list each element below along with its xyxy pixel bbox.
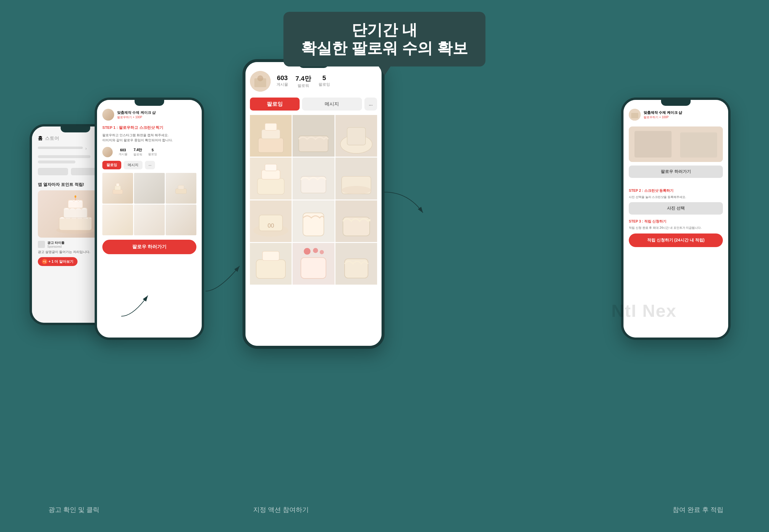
phone2-message-button[interactable]: 메시지: [124, 161, 142, 169]
phone2-following-num: 5: [148, 148, 157, 152]
phone1-sponsored: Sponsored: [47, 245, 64, 248]
phone3-photo-grid: 00: [250, 115, 377, 285]
phone2-follow-button[interactable]: 팔로잉: [102, 161, 121, 169]
phone3-following-num: 5: [318, 74, 330, 82]
phone2-grid-item-3: [166, 173, 196, 204]
phone1-home: 홈: [38, 135, 43, 142]
phone3-grid-11: [292, 243, 334, 285]
phone3-grid-10: [250, 243, 292, 285]
phone4-step2-desc: 사진 선택을 눌러 스크린샷을 등록해주세요.: [629, 195, 723, 199]
svg-rect-24: [257, 179, 284, 194]
phone4-follow-button[interactable]: 팔로우 하러가기: [629, 166, 723, 178]
svg-rect-54: [680, 132, 717, 158]
svg-rect-6: [113, 189, 122, 194]
svg-rect-42: [262, 251, 279, 260]
svg-point-5: [75, 195, 76, 198]
phone4-submit-button[interactable]: 적립 신청하기 (24시간 내 적립): [629, 233, 723, 247]
phone4-shop-name: 맞춤제작 수제 케이크 샵: [644, 110, 682, 115]
svg-rect-53: [634, 131, 671, 158]
watermark-text: NtI Nex: [611, 301, 677, 321]
svg-rect-15: [258, 138, 283, 153]
phone2-posts-label: 게시물: [119, 152, 127, 156]
phone2-grid-item-4: [102, 205, 133, 235]
phone2-notch: [135, 100, 164, 106]
svg-rect-8: [116, 183, 119, 186]
phone2-step1-title: STEP 1 : 팔로우하고 스크린샷 찍기: [102, 125, 196, 130]
phone3-buttons: 팔로잉 메시지 ...: [250, 98, 377, 111]
phone2-posts-num: 603: [119, 148, 127, 152]
phone2-followers-num: 7.4만: [133, 147, 142, 153]
phone2-frame: 맞춤제작 수제 케이크 샵 팔로우하기 + 100P STEP 1 : 팔로우하…: [95, 98, 204, 340]
phone2-stat-avatar: [102, 147, 113, 157]
phone4-step3-desc: 적립 신청 완료 후 최대 24시간 내 포인트가 지급됩니다.: [629, 226, 723, 230]
phone4-step2-title: STEP 2 : 스크린샷 등록하기: [629, 188, 723, 193]
phone2-grid-item-5: [134, 205, 165, 235]
phone3-more-button[interactable]: ...: [364, 98, 377, 111]
phone3-posts-num: 603: [276, 74, 288, 82]
phone4-photo-button[interactable]: 사진 선택: [629, 202, 723, 215]
bottom-label-2: 지정 액션 참여하기: [237, 505, 325, 514]
svg-rect-51: [631, 113, 638, 118]
bottom-label-1-text: 광고 확인 및 클릭: [48, 506, 99, 513]
phone1-search-bar: [38, 147, 83, 149]
phone3-grid-12: [335, 243, 377, 285]
phone3-frame: 603 게시물 7.4만 팔로워 5 팔로잉 팔로잉 메시지 ...: [242, 59, 384, 349]
phone3-stats: 603 게시물 7.4만 팔로워 5 팔로잉: [276, 74, 377, 88]
phone3-stat-posts: 603 게시물: [276, 74, 288, 88]
svg-rect-9: [176, 189, 187, 194]
phone1-ad-thumb: [38, 241, 45, 248]
svg-rect-25: [262, 170, 280, 179]
phone2-more-button[interactable]: ···: [145, 161, 155, 169]
cake-illustration: [52, 193, 99, 235]
bubble-line2: 확실한 팔로워 수의 확보: [301, 39, 468, 57]
phone4-step3-title: STEP 3 : 적립 신청하기: [629, 219, 723, 224]
svg-point-31: [341, 186, 371, 194]
svg-rect-16: [262, 129, 280, 139]
phone3-posts-label: 게시물: [276, 82, 288, 87]
phone3-grid-1: [250, 115, 292, 157]
phone2-avatar: [102, 109, 114, 121]
phone3-grid-8: [292, 200, 334, 242]
bubble-line1: 단기간 내: [301, 21, 468, 39]
phone3-following-label: 팔로잉: [318, 82, 330, 87]
svg-text:00: 00: [268, 222, 274, 229]
bottom-label-2-text: 지정 액션 참여하기: [253, 506, 309, 513]
phone1-more-label: + 1 더 알아보기: [48, 259, 73, 264]
phone3-grid-9: [335, 200, 377, 242]
phone1-nav-arrow: ›: [85, 146, 87, 151]
phone2-grid-item-6: [166, 205, 196, 235]
svg-rect-22: [347, 127, 365, 145]
phone3-message-button[interactable]: 메시지: [302, 98, 362, 111]
phone4-avatar: [629, 109, 641, 121]
phone3-grid-4: [250, 158, 292, 199]
svg-rect-44: [301, 257, 326, 278]
phone1-store: 스토어: [45, 135, 59, 142]
svg-rect-41: [256, 260, 285, 279]
phone3-stat-followers: 7.4만 팔로워: [295, 74, 311, 88]
svg-rect-28: [301, 176, 326, 193]
phone3-grid-6: [335, 158, 377, 199]
phone2-step1-desc: 팔로우하고 인스타그램 화면을 캡쳐 해주세요.이미지와 같이 팔로우 중임이 …: [102, 133, 196, 142]
phone3-avatar: [250, 71, 271, 92]
phone3-followers-label: 팔로워: [295, 83, 311, 88]
phone1-more-button[interactable]: +1 + 1 더 알아보기: [38, 257, 77, 266]
phone2-following-label: 팔로잉: [148, 152, 157, 156]
phone3-grid-7: 00: [250, 200, 292, 242]
bottom-label-3-text: 참여 완료 후 적립: [673, 506, 723, 513]
speech-bubble: 단기간 내 확실한 팔로워 수의 확보: [283, 12, 485, 67]
svg-point-45: [304, 248, 310, 255]
phone3-profile: 603 게시물 7.4만 팔로워 5 팔로잉: [250, 71, 377, 92]
phone4-notch: [661, 100, 691, 106]
phone2-follow-cta-button[interactable]: 팔로우 하러가기: [102, 240, 196, 254]
phone2-stats: 603 게시물 7.4만 팔로워 5 팔로잉: [102, 147, 196, 157]
phone3-stat-following: 5 팔로잉: [318, 74, 330, 88]
phone4-follow-image: [629, 126, 723, 162]
phone1-notch: [61, 126, 90, 132]
svg-rect-17: [265, 123, 277, 130]
phone2-buttons: 팔로잉 메시지 ···: [102, 161, 196, 169]
phone2-shop-name: 맞춤제작 수제 케이크 샵: [117, 110, 156, 115]
svg-point-47: [320, 250, 324, 254]
svg-rect-26: [265, 164, 277, 171]
phone3-followers-num: 7.4만: [295, 74, 311, 83]
phone3-follow-button[interactable]: 팔로잉: [250, 98, 299, 111]
